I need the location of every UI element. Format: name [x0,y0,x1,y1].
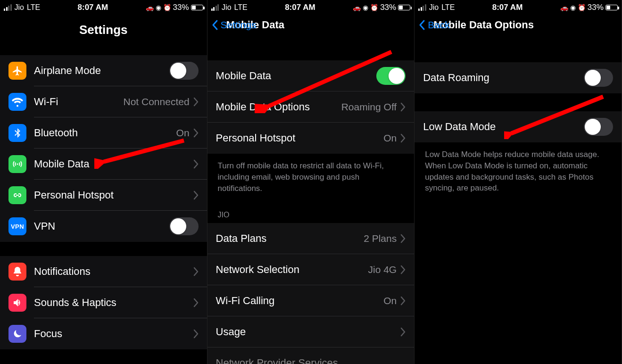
chevron-right-icon [400,327,406,337]
row-label: Wi-Fi Calling [216,295,275,307]
network-label: LTE [441,3,455,12]
row-label: Network Selection [216,264,299,276]
bluetooth-icon [8,124,26,142]
chevron-right-icon [400,234,406,243]
row-label: Focus [34,328,62,340]
row-mobile-data-options[interactable]: Mobile Data Options Roaming Off [207,91,415,123]
row-value: Not Connected [124,96,190,108]
screen-mobile-data: Jio LTE 8:07 AM 🚗 ◉ ⏰ 33% Settings Mobil… [207,0,415,364]
row-airplane-mode[interactable]: Airplane Mode [0,55,207,86]
low-data-group: Low Data Mode [415,111,622,142]
status-right: 🚗 ◉ ⏰ 33% [560,3,618,12]
moon-icon [8,325,26,343]
chevron-right-icon [400,133,406,143]
network-label: LTE [27,3,40,12]
row-label: Mobile Data Options [216,101,310,113]
settings-group-connectivity: Airplane Mode Wi-Fi Not Connected Blueto… [0,55,207,242]
status-time: 8:07 AM [40,3,145,12]
location-icon: ◉ [570,4,576,11]
row-data-plans[interactable]: Data Plans 2 Plans [207,223,415,254]
row-mobile-data-toggle[interactable]: Mobile Data [207,60,415,91]
alarm-icon: ⏰ [370,4,378,11]
row-label: Data Plans [216,232,267,245]
speaker-icon [8,294,26,312]
page-title-wrap: Settings [0,13,207,50]
status-bar: Jio LTE 8:07 AM 🚗 ◉ ⏰ 33% [415,0,622,13]
row-network-provider-services[interactable]: Network Provider Services [207,347,415,364]
location-icon: ◉ [156,4,161,11]
alarm-icon: ⏰ [163,4,171,11]
chevron-left-icon [418,19,426,31]
chevron-right-icon [193,267,199,276]
vpn-badge-text: VPN [11,223,24,230]
row-low-data-mode[interactable]: Low Data Mode [415,111,622,142]
row-wifi-calling[interactable]: Wi-Fi Calling On [207,285,415,316]
row-data-roaming[interactable]: Data Roaming [415,62,622,93]
signal-icon [211,4,219,11]
back-button[interactable]: Settings [211,19,257,31]
row-label: Notifications [34,265,91,278]
car-icon: 🚗 [560,4,568,11]
row-network-selection[interactable]: Network Selection Jio 4G [207,254,415,285]
airplane-toggle[interactable] [169,62,199,80]
battery-icon [398,5,410,10]
row-label: Sounds & Haptics [34,297,116,309]
carrier-label: Jio [222,3,231,12]
battery-icon [605,5,618,10]
mobile-data-group1: Mobile Data Mobile Data Options Roaming … [207,60,415,154]
status-time: 8:07 AM [248,3,353,12]
nav-header: Settings Mobile Data [207,13,415,37]
row-value: On [383,295,397,306]
low-data-mode-toggle[interactable] [584,118,613,136]
car-icon: 🚗 [353,4,361,11]
row-label: Mobile Data [216,70,271,82]
back-button[interactable]: Back [418,19,450,31]
chevron-right-icon [400,265,406,274]
vpn-icon: VPN [8,217,26,235]
chevron-right-icon [193,159,199,169]
row-personal-hotspot[interactable]: Personal Hotspot [0,180,207,211]
row-label: Wi-Fi [34,96,58,108]
battery-icon [191,5,203,10]
row-bluetooth[interactable]: Bluetooth On [0,117,207,149]
row-mobile-data[interactable]: Mobile Data [0,149,207,180]
row-vpn[interactable]: VPN VPN [0,211,207,242]
status-bar: Jio LTE 8:07 AM 🚗 ◉ ⏰ 33% [207,0,415,13]
chevron-right-icon [193,190,199,200]
section-header-carrier: JIO [207,199,415,223]
data-roaming-toggle[interactable] [584,69,613,87]
chevron-right-icon [400,102,406,112]
carrier-label: Jio [15,3,24,12]
screen-settings: Jio LTE 8:07 AM 🚗 ◉ ⏰ 33% Settings Airpl… [0,0,207,364]
row-label: Bluetooth [34,127,78,139]
back-label: Back [428,19,450,31]
hotspot-icon [8,186,26,204]
row-label: Mobile Data [34,158,89,170]
wifi-icon [8,93,26,111]
row-focus[interactable]: Focus [0,318,207,349]
row-label: Usage [216,326,246,338]
row-label: Personal Hotspot [216,132,296,144]
airplane-icon [8,62,26,80]
chevron-right-icon [193,97,199,107]
bell-icon [8,263,26,281]
back-label: Settings [221,19,257,31]
row-label: Low Data Mode [423,121,496,133]
row-value: Roaming Off [341,101,397,113]
page-title: Settings [0,23,207,37]
chevron-right-icon [400,296,406,306]
row-label: Data Roaming [423,72,489,84]
settings-group-notifications: Notifications Sounds & Haptics Focus [0,256,207,349]
carrier-group: Data Plans 2 Plans Network Selection Jio… [207,223,415,364]
row-notifications[interactable]: Notifications [0,256,207,287]
chevron-right-icon [193,298,199,307]
footer-text: Turn off mobile data to restrict all dat… [207,154,415,199]
mobile-data-toggle[interactable] [376,67,406,85]
row-value: On [176,127,190,139]
row-personal-hotspot[interactable]: Personal Hotspot On [207,123,415,154]
row-wifi[interactable]: Wi-Fi Not Connected [0,86,207,117]
row-usage[interactable]: Usage [207,316,415,347]
vpn-toggle[interactable] [169,217,199,235]
row-sounds-haptics[interactable]: Sounds & Haptics [0,287,207,318]
chevron-right-icon [193,329,199,339]
